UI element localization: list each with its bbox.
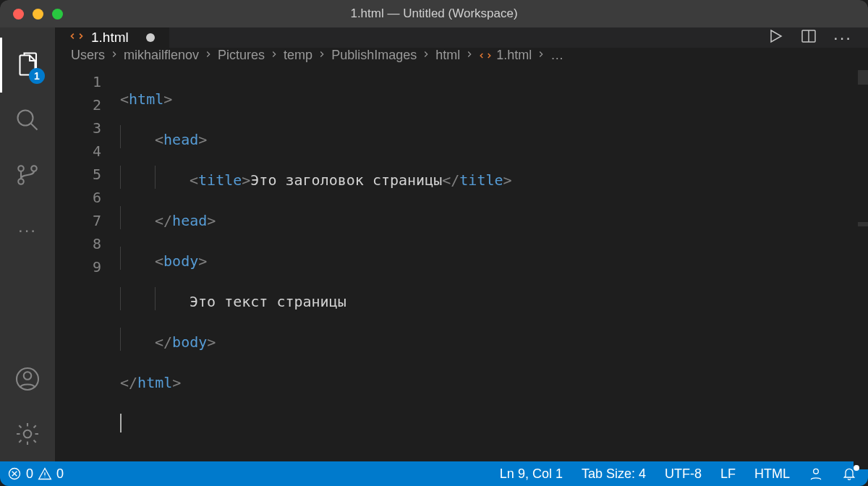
run-button[interactable] bbox=[767, 27, 784, 48]
chevron-right-icon bbox=[464, 48, 475, 63]
chevron-right-icon bbox=[421, 48, 431, 63]
split-icon bbox=[800, 27, 817, 45]
breadcrumb-more[interactable]: … bbox=[550, 48, 563, 63]
minimize-window-button[interactable] bbox=[33, 9, 43, 20]
account-icon bbox=[14, 366, 41, 392]
bell-icon bbox=[842, 466, 856, 481]
svg-line-1 bbox=[31, 124, 38, 130]
activity-bar: 1 ··· bbox=[0, 27, 55, 461]
editor-group: 1.html ··· Users mikhailflenov Pictures bbox=[55, 27, 868, 461]
gear-icon bbox=[14, 421, 41, 447]
code-content[interactable]: <html> <head> <title>Это заголовок стран… bbox=[120, 63, 868, 469]
error-icon bbox=[7, 466, 22, 481]
window-title: 1.html — Untitled (Workspace) bbox=[0, 7, 868, 21]
chevron-right-icon bbox=[269, 48, 279, 63]
breadcrumb-item[interactable]: Users bbox=[71, 48, 105, 63]
code-editor[interactable]: 1 2 3 4 5 6 7 8 9 <html> <head> <title>Э… bbox=[55, 63, 868, 469]
play-icon bbox=[767, 27, 784, 45]
activity-search[interactable] bbox=[0, 93, 55, 148]
close-window-button[interactable] bbox=[13, 9, 24, 20]
tab-active[interactable]: 1.html bbox=[55, 27, 169, 48]
chevron-right-icon bbox=[536, 48, 546, 63]
svg-point-3 bbox=[18, 179, 24, 184]
status-notifications[interactable] bbox=[842, 466, 856, 481]
chevron-right-icon bbox=[317, 48, 327, 63]
breadcrumb-item[interactable]: PublishImages bbox=[331, 48, 417, 63]
breadcrumb-item[interactable]: Pictures bbox=[218, 48, 265, 63]
svg-point-7 bbox=[24, 430, 32, 438]
breadcrumb[interactable]: Users mikhailflenov Pictures temp Publis… bbox=[55, 48, 868, 63]
editor-actions: ··· bbox=[751, 27, 868, 48]
line-gutter: 1 2 3 4 5 6 7 8 9 bbox=[55, 63, 120, 469]
status-error-count: 0 bbox=[26, 466, 33, 482]
svg-marker-8 bbox=[771, 30, 781, 42]
chevron-right-icon bbox=[203, 48, 213, 63]
breadcrumb-item[interactable]: html bbox=[435, 48, 460, 63]
text-cursor bbox=[120, 414, 122, 432]
svg-point-2 bbox=[18, 166, 24, 171]
explorer-badge: 1 bbox=[29, 68, 45, 84]
window-controls bbox=[0, 9, 63, 20]
svg-point-6 bbox=[24, 372, 32, 380]
html-file-icon bbox=[69, 29, 84, 47]
warning-icon bbox=[38, 466, 52, 481]
split-editor-button[interactable] bbox=[800, 27, 817, 48]
svg-point-0 bbox=[18, 111, 33, 126]
maximize-window-button[interactable] bbox=[52, 9, 63, 20]
more-actions-button[interactable]: ··· bbox=[833, 29, 852, 46]
activity-explorer[interactable]: 1 bbox=[0, 38, 55, 93]
tabs-bar: 1.html ··· bbox=[55, 27, 868, 48]
branch-icon bbox=[14, 162, 41, 188]
svg-point-4 bbox=[31, 166, 37, 171]
breadcrumb-item[interactable]: temp bbox=[284, 48, 312, 63]
breadcrumb-item[interactable]: 1.html bbox=[479, 48, 532, 63]
search-icon bbox=[14, 107, 41, 133]
breadcrumb-item[interactable]: mikhailflenov bbox=[124, 48, 199, 63]
chevron-right-icon bbox=[109, 48, 119, 63]
ellipsis-icon: ··· bbox=[18, 221, 37, 239]
svg-point-16 bbox=[814, 469, 819, 474]
activity-source-control[interactable] bbox=[0, 148, 55, 202]
tab-dirty-indicator bbox=[146, 33, 155, 42]
activity-more[interactable]: ··· bbox=[0, 202, 55, 257]
title-bar: 1.html — Untitled (Workspace) bbox=[0, 0, 868, 27]
activity-settings[interactable] bbox=[0, 406, 55, 461]
activity-accounts[interactable] bbox=[0, 351, 55, 406]
html-file-icon bbox=[479, 49, 492, 62]
tab-label: 1.html bbox=[91, 30, 129, 46]
minimap[interactable] bbox=[854, 63, 868, 469]
